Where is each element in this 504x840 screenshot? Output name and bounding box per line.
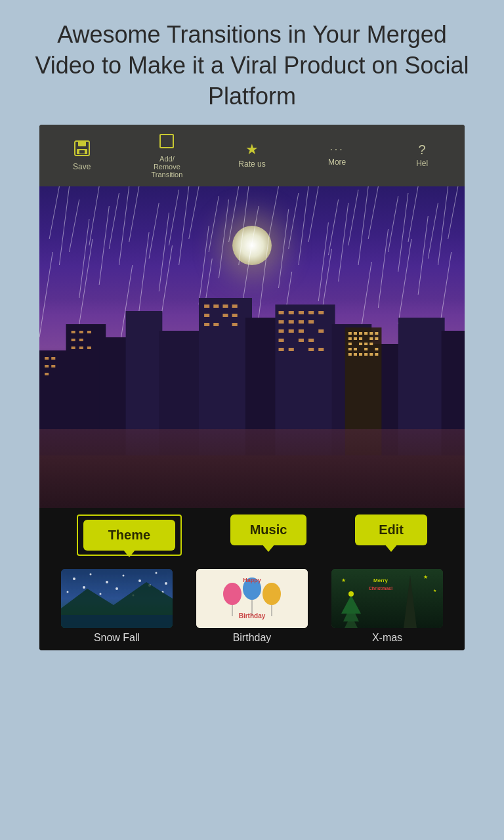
page-title: Awesome Transitions in Your Merged Video… — [0, 0, 504, 125]
water-reflection — [39, 429, 465, 508]
theme-tab-button[interactable]: Theme — [83, 520, 175, 551]
toolbar-more[interactable]: ··· More — [295, 142, 380, 169]
theme-item-birthday[interactable]: Happy Birthday Birthday — [188, 569, 316, 644]
svg-rect-102 — [204, 304, 209, 308]
bottom-panel: Theme Music Edit — [39, 508, 465, 650]
svg-rect-86 — [318, 311, 324, 314]
svg-rect-82 — [279, 311, 284, 314]
svg-rect-77 — [72, 339, 75, 341]
svg-rect-97 — [308, 339, 314, 342]
svg-rect-128 — [348, 348, 352, 350]
svg-rect-136 — [369, 353, 373, 356]
svg-rect-94 — [318, 329, 324, 333]
svg-rect-75 — [79, 331, 83, 333]
snow-fall-thumbnail — [61, 569, 173, 628]
toolbar-add-remove[interactable]: Add/ Remove Transition — [125, 130, 210, 181]
svg-rect-116 — [364, 332, 368, 335]
svg-rect-100 — [308, 348, 314, 351]
svg-text:Happy: Happy — [243, 577, 261, 583]
birthday-thumbnail: Happy Birthday — [196, 569, 308, 628]
svg-point-148 — [100, 593, 102, 595]
svg-point-142 — [123, 575, 125, 577]
theme-item-snow-fall[interactable]: Snow Fall — [52, 569, 181, 644]
theme-items-row: Snow Fall — [46, 562, 458, 650]
more-label: More — [328, 158, 346, 167]
star-icon: ★ — [245, 142, 259, 157]
music-tab-button[interactable]: Music — [230, 514, 307, 545]
svg-point-145 — [165, 582, 167, 585]
svg-point-144 — [156, 572, 158, 574]
svg-rect-105 — [232, 304, 238, 308]
svg-rect-83 — [289, 311, 294, 314]
svg-rect-104 — [222, 304, 228, 308]
svg-rect-109 — [204, 323, 209, 326]
svg-rect-98 — [279, 348, 284, 351]
svg-point-146 — [67, 591, 69, 593]
svg-rect-93 — [299, 329, 304, 333]
toolbar-help[interactable]: ? Hel — [379, 140, 465, 171]
snow-fall-label: Snow Fall — [94, 632, 140, 644]
svg-rect-92 — [289, 329, 294, 333]
svg-rect-73 — [45, 373, 49, 375]
svg-rect-119 — [348, 337, 352, 340]
svg-rect-113 — [348, 332, 352, 335]
svg-rect-103 — [213, 304, 219, 308]
edit-tab-wrapper: Edit — [355, 514, 427, 556]
save-label: Save — [73, 162, 91, 171]
svg-rect-135 — [364, 353, 368, 356]
xmas-image: Merry Christmas! ★ ★ ★ — [331, 569, 443, 628]
svg-rect-124 — [348, 343, 352, 345]
svg-text:★: ★ — [423, 574, 428, 580]
svg-rect-118 — [375, 332, 378, 335]
svg-rect-70 — [51, 357, 55, 360]
theme-tab-wrapper: Theme — [77, 514, 182, 556]
svg-rect-87 — [279, 320, 284, 324]
svg-text:★: ★ — [433, 589, 436, 593]
svg-rect-123 — [375, 337, 378, 340]
moon — [232, 226, 272, 265]
music-tab-wrapper: Music — [230, 514, 307, 556]
birthday-label: Birthday — [233, 632, 272, 644]
tab-row: Theme Music Edit — [46, 514, 458, 556]
theme-tab-border: Theme — [77, 514, 182, 556]
svg-point-143 — [138, 579, 141, 582]
svg-rect-106 — [204, 314, 209, 317]
svg-rect-137 — [375, 353, 378, 356]
svg-rect-4 — [160, 135, 173, 148]
svg-rect-132 — [348, 353, 352, 356]
svg-rect-95 — [279, 339, 284, 342]
svg-rect-74 — [72, 331, 75, 333]
question-icon: ? — [419, 143, 426, 156]
header-section: Awesome Transitions in Your Merged Video… — [0, 0, 504, 125]
svg-rect-76 — [87, 331, 91, 333]
svg-rect-1 — [78, 141, 86, 146]
svg-rect-3 — [79, 150, 85, 154]
xmas-thumbnail: Merry Christmas! ★ ★ ★ — [331, 569, 443, 628]
toolbar-rate[interactable]: ★ Rate us — [209, 140, 295, 171]
city-skyline — [39, 272, 465, 455]
toolbar-save[interactable]: Save — [39, 137, 125, 174]
theme-item-xmas[interactable]: Merry Christmas! ★ ★ ★ X-mas — [323, 569, 452, 644]
svg-text:Merry: Merry — [373, 578, 388, 583]
svg-rect-69 — [45, 357, 49, 360]
svg-rect-134 — [359, 353, 362, 356]
svg-rect-121 — [359, 337, 362, 340]
svg-rect-99 — [289, 348, 294, 351]
snow-fall-image — [61, 569, 173, 628]
svg-point-158 — [262, 583, 281, 605]
edit-tab-button[interactable]: Edit — [355, 514, 427, 545]
svg-rect-90 — [308, 320, 314, 324]
svg-rect-131 — [375, 348, 378, 350]
svg-rect-78 — [79, 339, 83, 341]
svg-point-156 — [223, 583, 242, 605]
svg-point-147 — [83, 586, 85, 589]
rate-label: Rate us — [238, 159, 265, 169]
toolbar: Save Add/ Remove Transition ★ Rate us ··… — [39, 125, 465, 186]
save-icon — [74, 140, 91, 159]
svg-point-139 — [73, 578, 75, 580]
svg-rect-129 — [354, 348, 357, 350]
xmas-label: X-mas — [372, 632, 402, 644]
svg-rect-79 — [72, 346, 75, 349]
svg-rect-130 — [364, 348, 368, 350]
svg-rect-81 — [87, 346, 91, 349]
